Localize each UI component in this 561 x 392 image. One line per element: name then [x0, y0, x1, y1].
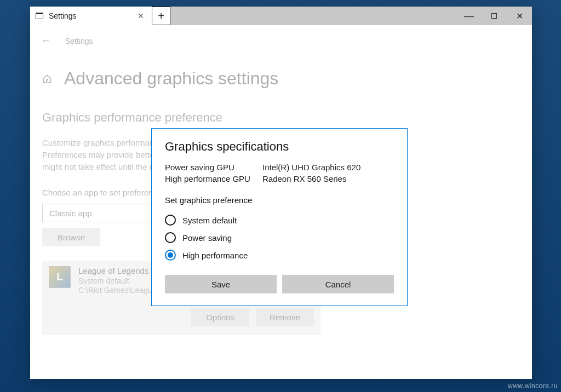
- radio-label: High performance: [182, 251, 248, 260]
- radio-icon: [165, 215, 176, 226]
- remove-button[interactable]: Remove: [256, 308, 314, 326]
- settings-window: Settings ✕ + — ✕ ← Settings Advanced gra…: [30, 7, 532, 379]
- high-performance-gpu-label: High performance GPU: [165, 173, 255, 185]
- radio-group: System default Power saving High perform…: [165, 211, 394, 264]
- breadcrumb: ← Settings: [30, 25, 532, 47]
- browse-button[interactable]: Browse: [42, 228, 100, 246]
- app-icon: [36, 13, 43, 19]
- radio-power-saving[interactable]: Power saving: [165, 229, 394, 246]
- minimize-button[interactable]: —: [456, 7, 482, 25]
- content: ← Settings Advanced graphics settings Gr…: [30, 25, 532, 379]
- app-item-icon: L: [49, 266, 71, 288]
- radio-icon: [165, 232, 176, 243]
- maximize-button[interactable]: [482, 7, 507, 25]
- watermark: www.wincore.ru: [508, 382, 558, 390]
- power-saving-gpu-value: Intel(R) UHD Graphics 620: [262, 162, 360, 173]
- save-button[interactable]: Save: [165, 275, 277, 293]
- power-saving-gpu-label: Power saving GPU: [165, 162, 255, 173]
- options-button[interactable]: Options: [191, 308, 249, 326]
- set-preference-label: Set graphics preference: [165, 195, 394, 205]
- radio-icon: [165, 250, 176, 261]
- page-header: Advanced graphics settings: [30, 47, 532, 89]
- back-button[interactable]: ←: [41, 35, 51, 47]
- radio-label: Power saving: [182, 233, 232, 243]
- breadcrumb-label: Settings: [65, 37, 93, 45]
- section-heading: Graphics performance preference: [42, 111, 521, 125]
- close-tab-button[interactable]: ✕: [135, 11, 146, 20]
- graphics-specifications-dialog: Graphics specifications Power saving GPU…: [151, 128, 408, 306]
- close-window-button[interactable]: ✕: [507, 7, 532, 25]
- dialog-title: Graphics specifications: [165, 140, 394, 154]
- new-tab-button[interactable]: +: [152, 7, 170, 25]
- home-icon[interactable]: [42, 74, 52, 84]
- window-controls: — ✕: [456, 7, 532, 25]
- high-performance-gpu-value: Radeon RX 560 Series: [262, 173, 346, 185]
- dropdown-value: Classic app: [49, 209, 92, 218]
- radio-system-default[interactable]: System default: [165, 211, 394, 229]
- radio-high-performance[interactable]: High performance: [165, 246, 394, 264]
- tab-title: Settings: [49, 11, 77, 20]
- tab-settings[interactable]: Settings ✕: [30, 7, 152, 25]
- cancel-button[interactable]: Cancel: [282, 275, 394, 293]
- gpu-table: Power saving GPU Intel(R) UHD Graphics 6…: [165, 162, 394, 185]
- titlebar: Settings ✕ + — ✕: [30, 7, 532, 25]
- page-title: Advanced graphics settings: [64, 68, 278, 89]
- radio-label: System default: [182, 216, 237, 225]
